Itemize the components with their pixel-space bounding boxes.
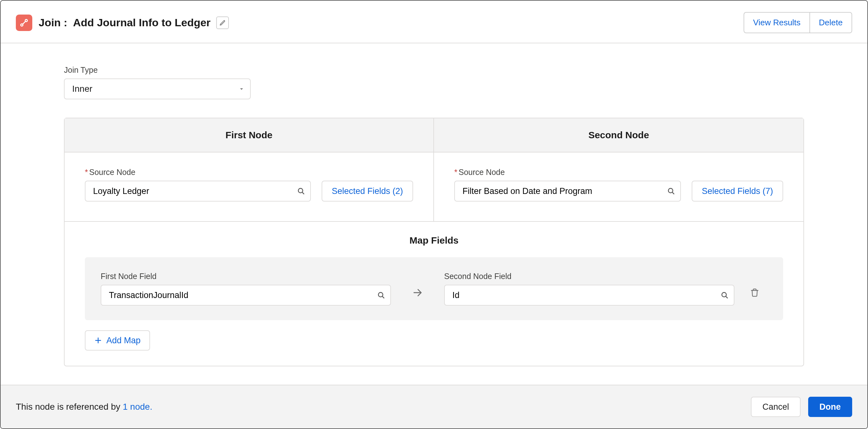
second-node-field-input[interactable] — [444, 285, 735, 306]
delete-button[interactable]: Delete — [809, 12, 852, 33]
title-prefix: Join : — [39, 16, 67, 29]
first-node-field-label: First Node Field — [101, 272, 391, 281]
add-map-label: Add Map — [106, 336, 141, 345]
view-results-button[interactable]: View Results — [744, 12, 809, 33]
add-map-button[interactable]: Add Map — [85, 330, 150, 351]
map-fields-title: Map Fields — [65, 222, 803, 257]
join-type-value: Inner — [72, 84, 92, 94]
first-source-label: Source Node — [85, 168, 311, 177]
panel-header: Join : Add Journal Info to Ledger View R… — [1, 1, 867, 43]
join-icon — [16, 14, 32, 31]
first-selected-fields-button[interactable]: Selected Fields (2) — [321, 180, 413, 201]
second-node-heading: Second Node — [434, 118, 803, 153]
reference-link[interactable]: 1 node. — [123, 402, 152, 411]
join-type-select[interactable]: Inner — [64, 78, 251, 99]
plus-icon — [94, 337, 102, 344]
title-name: Add Journal Info to Ledger — [73, 16, 211, 29]
second-selected-fields-button[interactable]: Selected Fields (7) — [692, 180, 783, 201]
arrow-right-icon — [399, 280, 437, 298]
delete-map-row-button[interactable] — [742, 280, 767, 297]
edit-title-button[interactable] — [216, 16, 229, 29]
map-row: First Node Field Second Node Field — [85, 257, 783, 320]
first-node-field-input[interactable] — [101, 285, 391, 306]
second-source-input[interactable] — [454, 180, 681, 201]
second-node-field-label: Second Node Field — [444, 272, 735, 281]
second-source-label: Source Node — [454, 168, 681, 177]
join-type-label: Join Type — [64, 65, 804, 75]
cancel-button[interactable]: Cancel — [751, 397, 800, 417]
done-button[interactable]: Done — [808, 397, 852, 417]
first-node-heading: First Node — [65, 118, 433, 153]
reference-text: This node is referenced by 1 node. — [16, 402, 152, 412]
first-source-input[interactable] — [85, 180, 311, 201]
